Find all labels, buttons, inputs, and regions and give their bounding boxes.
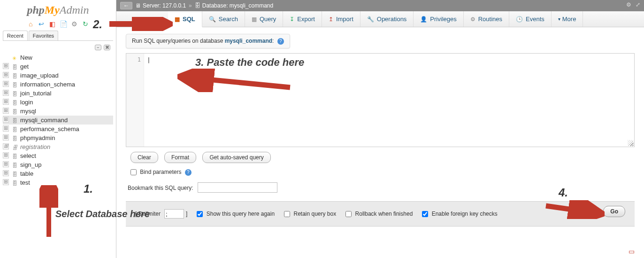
tab-query[interactable]: ▦Query: [245, 11, 283, 27]
tab-more[interactable]: More: [552, 11, 583, 27]
db-item-label: select: [20, 152, 36, 159]
db-item-label: mysql: [20, 108, 36, 115]
db-item-label: login: [20, 99, 33, 106]
db-item-phpmyadmin[interactable]: 🗄phpmyadmin: [3, 133, 113, 142]
button-row: Clear Format Get auto-saved query: [126, 152, 635, 163]
db-item-login[interactable]: 🗄login: [3, 98, 113, 107]
db-item-label: join_tutorial: [20, 90, 52, 97]
db-item-mysql[interactable]: 🗄mysql: [3, 107, 113, 116]
retain-checkbox[interactable]: [284, 211, 290, 217]
editor-textarea[interactable]: [144, 54, 634, 147]
tab-export[interactable]: ↧Export: [283, 11, 322, 27]
db-item-table[interactable]: 🗄table: [3, 169, 113, 178]
events-icon: 🕒: [516, 16, 523, 23]
sidebar: phpMyAdmin ⌂ ↩ ◧ 📄 ⚙ ↻ Recent Favorites …: [0, 0, 116, 258]
bookmark-row: Bookmark this SQL query:: [126, 182, 635, 193]
top-tabs: ▦SQL 🔍Search ▦Query ↧Export ↥Import 🔧Ope…: [116, 11, 644, 27]
db-item-label: test: [20, 179, 30, 186]
delimiter-input[interactable]: [164, 209, 184, 219]
database-label: Database: mysqli_command: [202, 2, 273, 9]
reload-icon[interactable]: ↻: [82, 20, 89, 28]
new-db-icon: ✳: [12, 55, 19, 61]
format-button[interactable]: Format: [164, 152, 196, 163]
fk-label[interactable]: Enable foreign key checks: [422, 211, 497, 217]
database-icon: 🗄: [195, 2, 200, 9]
bind-parameters-label[interactable]: Bind parameters: [130, 169, 181, 175]
exit-icon[interactable]: ↩: [38, 20, 45, 28]
docs-icon[interactable]: 📄: [60, 20, 67, 28]
delimiter-close: ]: [186, 211, 187, 217]
db-item-label: get: [20, 63, 29, 70]
tab-recent[interactable]: Recent: [3, 31, 28, 40]
expand-icon[interactable]: ⤢: [636, 1, 640, 8]
link-icon[interactable]: ⌘: [104, 45, 110, 50]
tab-privileges[interactable]: 👤Privileges: [414, 11, 463, 27]
bind-row: Bind parameters ?: [126, 169, 635, 176]
db-item-join-tutorial[interactable]: 🗄join_tutorial: [3, 89, 113, 98]
server-icon: 🖥: [135, 2, 141, 9]
export-icon: ↧: [290, 16, 294, 23]
import-icon: ↥: [329, 16, 333, 23]
tab-import[interactable]: ↥Import: [322, 11, 360, 27]
sql-shortcut-icon[interactable]: ◧: [49, 20, 56, 28]
main-area: ← 🖥 Server: 127.0.0.1 » 🗄 Database: mysq…: [116, 0, 644, 258]
back-button[interactable]: ←: [120, 2, 132, 9]
go-button[interactable]: Go: [603, 206, 625, 217]
db-item-image-upload[interactable]: 🗄image_upload: [3, 71, 113, 80]
autosaved-button[interactable]: Get auto-saved query: [202, 152, 270, 163]
gear-icon[interactable]: ⚙: [626, 1, 631, 8]
db-item-registration[interactable]: 🗄registration: [3, 142, 113, 151]
database-item-icon: 🗄: [12, 73, 19, 79]
database-item-icon: 🗄: [12, 172, 19, 177]
bookmark-input[interactable]: [198, 182, 277, 193]
db-item-New[interactable]: ✳New: [3, 53, 113, 62]
sql-header-db[interactable]: mysqli_command: [225, 38, 272, 44]
tab-operations[interactable]: 🔧Operations: [360, 11, 414, 27]
db-item-label: table: [20, 170, 33, 177]
db-item-test[interactable]: 🗄test: [3, 178, 113, 187]
rollback-checkbox[interactable]: [345, 211, 352, 217]
breadcrumb-sep: »: [189, 2, 192, 9]
db-item-performance-schema[interactable]: 🗄performance_schema: [3, 125, 113, 133]
rollback-label[interactable]: Rollback when finished: [345, 211, 413, 217]
tab-search[interactable]: 🔍Search: [202, 11, 245, 27]
home-icon[interactable]: ⌂: [27, 20, 34, 28]
content: Run SQL query/queries on database mysqli…: [116, 27, 644, 258]
bind-help-icon[interactable]: ?: [185, 169, 192, 176]
resize-handle-icon[interactable]: [628, 140, 633, 146]
database-item-icon: 🗄: [12, 91, 19, 97]
db-item-label: mysqli_command: [20, 117, 68, 124]
tab-routines[interactable]: ⚙Routines: [464, 11, 509, 27]
show-again-checkbox[interactable]: [197, 211, 203, 217]
clear-button[interactable]: Clear: [130, 152, 158, 163]
retain-label[interactable]: Retain query box: [284, 211, 336, 217]
routines-icon: ⚙: [470, 16, 475, 23]
tab-sql[interactable]: ▦SQL: [168, 11, 202, 27]
sql-editor[interactable]: 1: [126, 53, 635, 147]
db-item-mysqli-command[interactable]: 🗄mysqli_command: [3, 116, 113, 125]
show-again-label[interactable]: Show this query here again: [197, 211, 275, 217]
db-item-label: registration: [20, 143, 50, 150]
operations-icon: 🔧: [367, 16, 374, 23]
sidebar-tabs: Recent Favorites: [3, 31, 113, 41]
tab-events[interactable]: 🕒Events: [509, 11, 552, 27]
tab-favorites[interactable]: Favorites: [29, 31, 58, 40]
database-item-icon: 🗄: [12, 64, 19, 70]
db-item-get[interactable]: 🗄get: [3, 62, 113, 71]
settings-icon[interactable]: ⚙: [71, 20, 78, 28]
fk-checkbox[interactable]: [422, 211, 428, 217]
privileges-icon: 👤: [420, 16, 427, 23]
help-icon[interactable]: ?: [277, 38, 284, 45]
phpmyadmin-logo: phpMyAdmin: [0, 0, 116, 18]
bookmark-bottom-icon[interactable]: ▭: [629, 248, 635, 255]
collapse-all-icon[interactable]: −: [95, 45, 101, 50]
db-item-sign-up[interactable]: 🗄sign_up: [3, 160, 113, 169]
db-item-select[interactable]: 🗄select: [3, 151, 113, 160]
db-item-information-schema[interactable]: 🗄information_schema: [3, 80, 113, 89]
db-item-label: information_schema: [20, 81, 75, 88]
footer-bar: [ Delimiter ] Show this query here again…: [126, 201, 635, 227]
logo-my: My: [45, 4, 60, 16]
database-tree: ✳New🗄get🗄image_upload🗄information_schema…: [0, 53, 116, 187]
database-item-icon: 🗄: [12, 82, 19, 88]
bind-parameters-checkbox[interactable]: [130, 169, 137, 175]
